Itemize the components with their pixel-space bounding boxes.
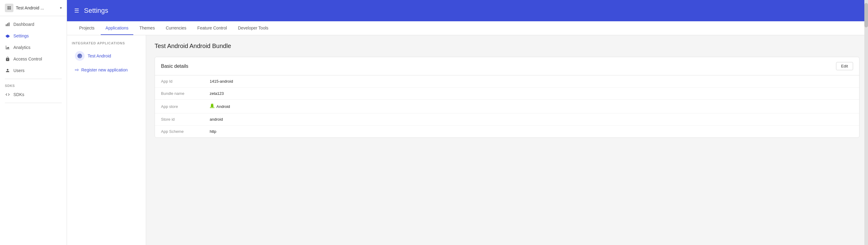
app-item-label: Test Android <box>88 54 111 58</box>
card-header-title: Basic details <box>161 64 188 69</box>
tab-currencies[interactable]: Currencies <box>161 21 191 35</box>
sidebar-item-label-analytics: Analytics <box>13 45 30 50</box>
person-icon <box>5 68 10 73</box>
sidebar-item-users[interactable]: Users <box>0 65 67 76</box>
detail-label-app-id: App Id <box>161 79 210 83</box>
lock-icon <box>5 56 10 62</box>
sidebar: Test Android ... ▾ Dashboard Settings An… <box>0 0 67 245</box>
svg-rect-4 <box>6 24 7 26</box>
sidebar-item-label-dashboard: Dashboard <box>13 22 34 27</box>
detail-value-app-id: 1415-android <box>210 79 233 83</box>
top-header: ☰ Settings <box>67 0 868 21</box>
tab-projects[interactable]: Projects <box>74 21 99 35</box>
bundle-title: Test Android Android Bundle <box>155 42 860 49</box>
code-icon <box>5 92 10 97</box>
tab-applications[interactable]: Applications <box>101 21 134 35</box>
detail-value-bundle-name: zeta123 <box>210 91 224 96</box>
gear-icon <box>5 33 10 39</box>
scrollbar[interactable] <box>864 0 868 245</box>
page-title: Settings <box>84 7 108 14</box>
main-content: ☰ Settings Projects Applications Themes … <box>67 0 868 245</box>
register-icon: ⇨ <box>75 67 79 73</box>
svg-rect-5 <box>7 24 8 26</box>
divider-2 <box>5 103 62 103</box>
svg-point-8 <box>79 55 80 57</box>
app-item-test-android[interactable]: Test Android <box>72 49 141 63</box>
scrollbar-thumb <box>864 3 868 27</box>
panel-section-label: INTEGRATED APPLICATIONS <box>72 41 141 45</box>
sidebar-item-label-sdks: SDKs <box>13 92 24 97</box>
sidebar-item-label-access-control: Access Control <box>13 57 42 61</box>
detail-row-store-id: Store id android <box>155 113 859 126</box>
sidebar-item-settings[interactable]: Settings <box>0 30 67 42</box>
detail-label-bundle-name: Bundle name <box>161 91 210 96</box>
detail-label-app-store: App store <box>161 104 210 109</box>
svg-rect-6 <box>8 23 9 26</box>
sidebar-item-sdks[interactable]: SDKs <box>0 89 67 100</box>
detail-value-app-scheme: http <box>210 129 216 134</box>
app-icon <box>5 4 13 12</box>
edit-button[interactable]: Edit <box>836 62 853 70</box>
detail-row-app-store: App store Android <box>155 100 859 113</box>
svg-rect-1 <box>9 6 11 8</box>
details-table: App Id 1415-android Bundle name zeta123 … <box>155 75 859 137</box>
chevron-down-icon: ▾ <box>60 6 62 10</box>
left-panel: INTEGRATED APPLICATIONS Test Android ⇨ R… <box>67 35 146 245</box>
app-selector[interactable]: Test Android ... ▾ <box>0 0 67 16</box>
content-area: INTEGRATED APPLICATIONS Test Android ⇨ R… <box>67 35 868 245</box>
svg-rect-3 <box>9 8 11 10</box>
detail-row-bundle-name: Bundle name zeta123 <box>155 88 859 100</box>
menu-icon[interactable]: ☰ <box>74 7 79 14</box>
detail-row-app-id: App Id 1415-android <box>155 75 859 88</box>
sidebar-item-dashboard[interactable]: Dashboard <box>0 19 67 30</box>
register-link-label: Register new application <box>81 68 128 72</box>
sidebar-item-label-users: Users <box>13 68 25 73</box>
sidebar-item-access-control[interactable]: Access Control <box>0 53 67 65</box>
sidebar-item-analytics[interactable]: Analytics <box>0 42 67 53</box>
detail-value-app-store: Android <box>210 103 230 109</box>
register-new-application-link[interactable]: ⇨ Register new application <box>72 64 141 75</box>
svg-rect-0 <box>8 6 9 8</box>
sidebar-item-label-settings: Settings <box>13 33 29 38</box>
app-item-icon <box>75 51 85 61</box>
basic-details-card: Basic details Edit App Id 1415-android B… <box>155 57 860 138</box>
tab-developer-tools[interactable]: Developer Tools <box>233 21 273 35</box>
android-icon <box>210 103 215 109</box>
svg-rect-2 <box>8 8 9 10</box>
divider-1 <box>5 79 62 79</box>
card-header: Basic details Edit <box>155 57 859 75</box>
app-selector-title: Test Android ... <box>16 5 58 10</box>
tab-themes[interactable]: Themes <box>134 21 160 35</box>
tab-bar: Projects Applications Themes Currencies … <box>67 21 868 35</box>
analytics-icon <box>5 45 10 50</box>
detail-label-app-scheme: App Scheme <box>161 129 210 134</box>
detail-row-app-scheme: App Scheme http <box>155 126 859 137</box>
detail-label-store-id: Store id <box>161 117 210 121</box>
sdks-section-label: SDKS <box>0 81 67 89</box>
detail-value-store-id: android <box>210 117 223 121</box>
chart-icon <box>5 22 10 27</box>
right-panel: Test Android Android Bundle Basic detail… <box>146 35 868 245</box>
sidebar-nav: Dashboard Settings Analytics Access Cont… <box>0 16 67 245</box>
app-store-value: Android <box>216 104 230 109</box>
tab-feature-control[interactable]: Feature Control <box>192 21 231 35</box>
